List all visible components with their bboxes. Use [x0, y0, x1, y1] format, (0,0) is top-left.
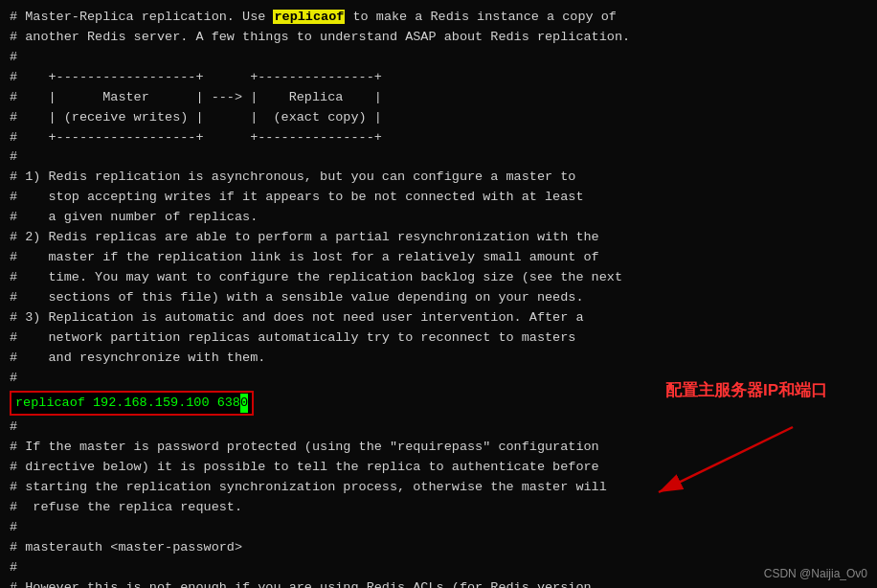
line-3: # [10, 48, 867, 68]
watermark: CSDN @Naijia_Ov0 [764, 567, 867, 580]
svg-line-1 [659, 427, 793, 492]
line-18: # and resynchronize with them. [10, 349, 867, 369]
line-5: # | Master | ---> | Replica | [10, 88, 867, 108]
line-17: # network partition replicas automatical… [10, 328, 867, 349]
line-16: # 3) Replication is automatic and does n… [10, 308, 867, 328]
comment-suffix: to make a Redis instance a copy of [345, 10, 617, 24]
line-12: # 2) Redis replicas are able to perform … [10, 228, 867, 248]
line-1: # Master-Replica replication. Use replic… [10, 8, 867, 28]
line-10: # stop accepting writes if it appears to… [10, 188, 867, 208]
replicaof-keyword: replicaof [273, 10, 345, 24]
annotation-label: 配置主服务器IP和端口 [665, 379, 827, 401]
comment-prefix: # Master-Replica replication. Use [10, 10, 273, 24]
line-2: # another Redis server. A few things to … [10, 28, 867, 48]
line-7: # +------------------+ +---------------+ [10, 128, 867, 148]
line-26: # [10, 518, 867, 538]
replicaof-command: replicaof 192.168.159.100 6380 [10, 391, 254, 417]
line-4: # +------------------+ +---------------+ [10, 68, 867, 88]
replicaof-text: replicaof 192.168.159.100 638 [15, 396, 240, 410]
line-29: # However this is not enough if you are … [10, 578, 867, 588]
terminal: # Master-Replica replication. Use replic… [0, 0, 877, 588]
line-14: # time. You may want to configure the re… [10, 268, 867, 288]
cursor: 0 [240, 394, 248, 414]
line-9: # 1) Redis replication is asynchronous, … [10, 168, 867, 188]
line-15: # sections of this file) with a sensible… [10, 288, 867, 308]
line-28: # [10, 558, 867, 578]
annotation-arrow [620, 408, 831, 504]
line-27: # masterauth <master-password> [10, 538, 867, 558]
line-8: # [10, 147, 867, 168]
line-13: # master if the replication link is lost… [10, 248, 867, 268]
line-11: # a given number of replicas. [10, 208, 867, 228]
line-6: # | (receive writes) | | (exact copy) | [10, 108, 867, 128]
